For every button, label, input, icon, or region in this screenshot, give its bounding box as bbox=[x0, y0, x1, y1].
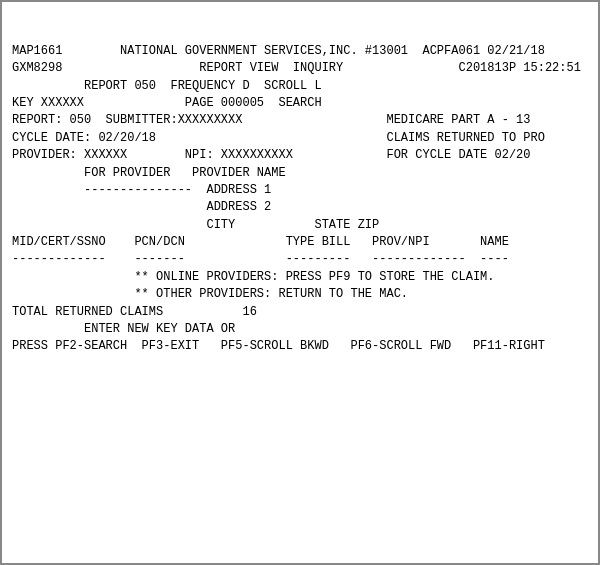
terminal-line-16: ** OTHER PROVIDERS: RETURN TO THE MAC. bbox=[12, 286, 588, 303]
terminal-line-13: ------------- ------- --------- --------… bbox=[12, 251, 588, 268]
terminal-content: MAP1661 NATIONAL GOVERNMENT SERVICES,INC… bbox=[2, 2, 598, 563]
terminal-line-3: KEY XXXXXX PAGE 000005 SEARCH bbox=[12, 95, 588, 112]
terminal-window: MAP1661 NATIONAL GOVERNMENT SERVICES,INC… bbox=[0, 0, 600, 565]
terminal-line-22: ENTER NEW KEY DATA OR bbox=[12, 321, 588, 338]
terminal-line-6: PROVIDER: XXXXXX NPI: XXXXXXXXXX FOR CYC… bbox=[12, 147, 588, 164]
terminal-line-7: FOR PROVIDER PROVIDER NAME bbox=[12, 165, 588, 182]
terminal-line-2: REPORT 050 FREQUENCY D SCROLL L bbox=[12, 78, 588, 95]
terminal-line-12: MID/CERT/SSNO PCN/DCN TYPE BILL PROV/NPI… bbox=[12, 234, 588, 251]
terminal-line-8: --------------- ADDRESS 1 bbox=[12, 182, 588, 199]
terminal-line-4: REPORT: 050 SUBMITTER:XXXXXXXXX MEDICARE… bbox=[12, 112, 588, 129]
terminal-line-1: GXM8298 REPORT VIEW INQUIRY C201813P 15:… bbox=[12, 60, 588, 77]
terminal-line-9: ADDRESS 2 bbox=[12, 199, 588, 216]
terminal-line-10: CITY STATE ZIP bbox=[12, 217, 588, 234]
terminal-line-0: MAP1661 NATIONAL GOVERNMENT SERVICES,INC… bbox=[12, 43, 588, 60]
terminal-line-5: CYCLE DATE: 02/20/18 CLAIMS RETURNED TO … bbox=[12, 130, 588, 147]
terminal-line-15: ** ONLINE PROVIDERS: PRESS PF9 TO STORE … bbox=[12, 269, 588, 286]
terminal-line-18: TOTAL RETURNED CLAIMS 16 bbox=[12, 304, 588, 321]
terminal-line-23: PRESS PF2-SEARCH PF3-EXIT PF5-SCROLL BKW… bbox=[12, 338, 588, 355]
